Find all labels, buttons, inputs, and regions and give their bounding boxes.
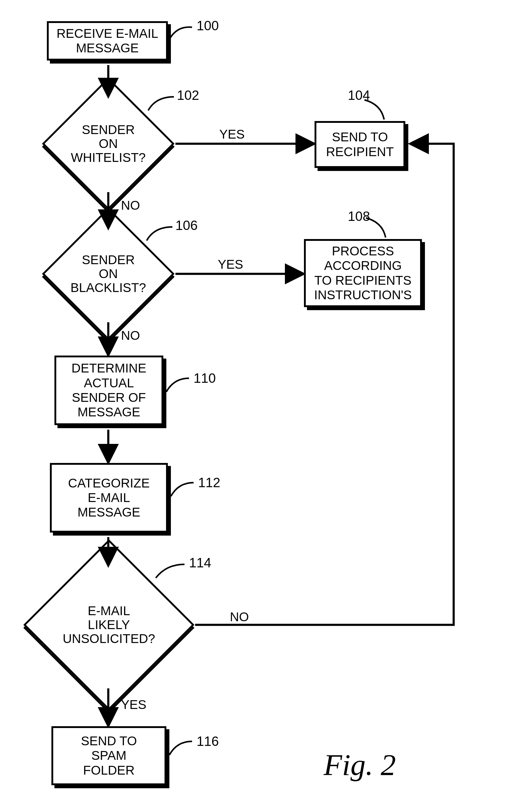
- node-sender-whitelist: SENDERON WHITELIST?: [61, 97, 155, 191]
- node-text: RECEIVE E-MAILMESSAGE: [57, 26, 158, 56]
- ref-108: 108: [348, 209, 370, 224]
- edge-label-yes-102: YES: [219, 127, 245, 142]
- node-determine-sender: DETERMINEACTUALSENDER OFMESSAGE: [54, 356, 163, 425]
- ref-102: 102: [177, 88, 199, 103]
- node-email-unsolicited: E-MAILLIKELYUNSOLICITED?: [49, 564, 169, 686]
- node-text: E-MAILLIKELYUNSOLICITED?: [63, 604, 155, 646]
- ref-104: 104: [348, 88, 370, 103]
- node-text: PROCESSACCORDINGTO RECIPIENTSINSTRUCTION…: [314, 244, 412, 302]
- ref-114: 114: [189, 555, 211, 570]
- node-text: SEND TOSPAMFOLDER: [81, 734, 137, 778]
- node-send-spam: SEND TOSPAMFOLDER: [52, 726, 166, 785]
- edge-label-no-106: NO: [121, 328, 140, 343]
- node-text: SENDERON WHITELIST?: [61, 123, 155, 165]
- ref-100: 100: [196, 18, 218, 33]
- node-text: SENDERON BLACKLIST?: [61, 253, 155, 295]
- ref-112: 112: [198, 475, 220, 490]
- edge-label-yes-106: YES: [218, 257, 243, 272]
- ref-106: 106: [175, 218, 197, 233]
- node-text: CATEGORIZEE-MAILMESSAGE: [68, 476, 150, 520]
- edge-label-yes-114: YES: [121, 697, 146, 712]
- node-sender-blacklist: SENDERON BLACKLIST?: [61, 227, 155, 321]
- ref-116: 116: [196, 734, 218, 749]
- figure-label: Fig. 2: [324, 747, 396, 782]
- node-categorize-email: CATEGORIZEE-MAILMESSAGE: [50, 463, 168, 532]
- node-text: DETERMINEACTUALSENDER OFMESSAGE: [71, 361, 146, 419]
- edge-label-no-114: NO: [230, 610, 249, 624]
- node-text: SEND TORECIPIENT: [326, 130, 394, 159]
- ref-110: 110: [194, 371, 216, 386]
- node-send-recipient: SEND TORECIPIENT: [315, 121, 405, 168]
- edge-label-no-102: NO: [121, 198, 140, 213]
- node-receive-email: RECEIVE E-MAILMESSAGE: [47, 21, 168, 60]
- node-process-instructions: PROCESSACCORDINGTO RECIPIENTSINSTRUCTION…: [304, 239, 422, 307]
